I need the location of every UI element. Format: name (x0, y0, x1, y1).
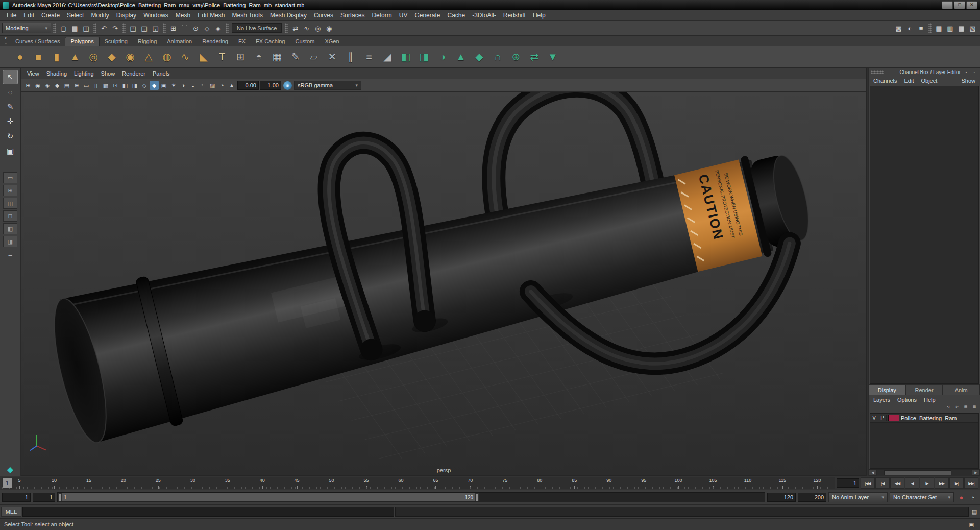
shelf-tab[interactable]: Rendering (197, 37, 233, 46)
boolean-icon[interactable]: ⊕ (507, 47, 525, 66)
textured-icon[interactable]: ▣ (159, 81, 168, 90)
go-to-start-button[interactable]: |◀◀ (861, 477, 875, 489)
command-input[interactable] (22, 507, 394, 517)
range-start-handle[interactable] (58, 493, 62, 501)
resolution-gate-icon[interactable]: ▯ (91, 81, 101, 90)
render-frame-icon[interactable]: ▩ (893, 23, 904, 34)
uv-grid-icon[interactable]: ▦ (268, 47, 286, 66)
shelf-tab[interactable]: Animation (162, 37, 197, 46)
poly-torus-icon[interactable]: ◎ (85, 47, 102, 66)
shelf-tab[interactable]: Curves / Surfaces (10, 37, 65, 46)
grip[interactable] (122, 23, 126, 33)
menu-item[interactable]: File (3, 12, 20, 19)
grip[interactable] (285, 23, 288, 33)
menu-item[interactable]: Mesh (172, 12, 194, 19)
reduce-icon[interactable]: ▼ (544, 47, 561, 66)
channel-list-area[interactable] (870, 86, 979, 384)
color-management-icon[interactable]: ◉ (283, 81, 292, 90)
shelf-tab[interactable]: Polygons (65, 37, 99, 46)
minimize-button[interactable]: – (942, 1, 953, 9)
modeling-toolkit-toggle-icon[interactable]: ▧ (967, 23, 978, 34)
go-to-end-button[interactable]: ▶▶| (964, 477, 978, 489)
camera-icon[interactable]: ◉ (33, 81, 42, 90)
smooth-icon[interactable]: ◑ (434, 47, 451, 66)
playback-range-bar[interactable]: 1 120 (58, 493, 479, 501)
grip[interactable] (163, 23, 166, 33)
layer-editor-tab[interactable]: Render (906, 385, 943, 395)
extrude-icon[interactable]: ▲ (452, 47, 470, 66)
menu-item[interactable]: Help (529, 12, 549, 19)
offset-edge-loop-icon[interactable]: ≡ (360, 47, 378, 66)
safe-action-icon[interactable]: ◧ (120, 81, 130, 90)
channel-settings-icon[interactable]: ▪ (963, 69, 970, 75)
highlight-selection-icon[interactable]: ◎ (312, 23, 323, 34)
exposure-field[interactable] (237, 81, 259, 90)
shelf-tab[interactable]: Sculpting (100, 37, 133, 46)
menu-item[interactable]: Deform (368, 12, 395, 19)
lasso-tool[interactable]: ◌ (3, 85, 18, 99)
poly-prism-icon[interactable]: ◣ (195, 47, 212, 66)
separate-icon[interactable]: ◨ (415, 47, 433, 66)
two-d-pan-zoom-icon[interactable]: ⊕ (72, 81, 81, 90)
scroll-right-icon[interactable]: ▶ (972, 470, 980, 476)
menu-item[interactable]: Edit Mesh (194, 12, 228, 19)
script-editor-icon[interactable]: ▤ (970, 507, 979, 516)
toolbox-collapse-icon[interactable]: – (8, 251, 12, 259)
range-end-handle[interactable] (475, 493, 479, 501)
save-scene-icon[interactable]: ◫ (81, 23, 91, 34)
layer-menu-item[interactable]: Help (920, 397, 939, 403)
viewport-menu-item[interactable]: Show (97, 70, 119, 77)
current-frame-marker[interactable]: 1 (3, 478, 12, 488)
select-component-icon[interactable]: ◲ (150, 23, 161, 34)
timeline-track[interactable]: 1 51015202530354045505560657075808590951… (2, 477, 835, 489)
layer-playback-toggle[interactable]: P (878, 415, 887, 421)
command-language-toggle[interactable]: MEL (1, 507, 21, 517)
poly-cone-icon[interactable]: ▲ (66, 47, 84, 66)
pencil-curve-icon[interactable]: ✎ (287, 47, 304, 66)
quad-draw-icon[interactable]: ▱ (305, 47, 323, 66)
poly-helix-icon[interactable]: ∿ (177, 47, 194, 66)
soft-select-icon[interactable]: ◉ (324, 23, 334, 34)
rotate-tool[interactable]: ↻ (3, 129, 18, 143)
step-back-frame-button[interactable]: |◀ (875, 477, 890, 489)
insert-edge-loop-icon[interactable]: ∥ (342, 47, 359, 66)
multi-cut-icon[interactable]: ✕ (324, 47, 341, 66)
render-settings-icon[interactable]: ≡ (916, 23, 926, 34)
view-transform-selector[interactable]: sRGB gamma ▾ (294, 81, 361, 90)
viewport-menu-item[interactable]: Lighting (70, 70, 97, 77)
character-set-selector[interactable]: No Character Set ▾ (890, 492, 954, 502)
layer-menu-item[interactable]: Layers (870, 397, 894, 403)
mirror-icon[interactable]: ⇄ (526, 47, 543, 66)
field-chart-icon[interactable]: ⊡ (111, 81, 120, 90)
xray-icon[interactable]: ◔ (217, 81, 227, 90)
shelf-tab-selector-icon[interactable]: ▾ (2, 36, 9, 41)
layout-uv-editor-button[interactable]: ◨ (3, 236, 17, 247)
textured-sphere-icon[interactable]: ◓ (250, 47, 267, 66)
animation-start-field[interactable] (2, 493, 31, 502)
tool-settings-toggle-icon[interactable]: ▥ (945, 23, 955, 34)
playback-end-field[interactable] (767, 493, 796, 502)
menu-item[interactable]: Windows (140, 12, 172, 19)
anim-layer-selector[interactable]: No Anim Layer ▾ (828, 492, 888, 502)
shelf-tab[interactable]: FX Caching (251, 37, 290, 46)
viewport-3d-scene[interactable]: CAUTION PERSONAL PROTECTION MUST BE WORN… (21, 92, 866, 475)
grip[interactable] (928, 23, 932, 33)
select-tool[interactable]: ↖ (3, 70, 18, 84)
menu-item[interactable]: Redshift (500, 12, 529, 19)
scrollbar-thumb[interactable] (884, 470, 951, 475)
viewport-menu-item[interactable]: Panels (149, 70, 174, 77)
snap-plane-icon[interactable]: ◇ (202, 23, 212, 34)
select-hierarchy-icon[interactable]: ◰ (128, 23, 138, 34)
poly-sphere-icon[interactable]: ● (11, 47, 29, 66)
scroll-left-icon[interactable]: ◀ (869, 470, 877, 476)
multisample-icon[interactable]: ▨ (208, 81, 217, 90)
viewport-menu-item[interactable]: View (23, 70, 43, 77)
layer-color-swatch[interactable] (888, 415, 899, 421)
layout-single-persp-button[interactable]: ▭ (3, 172, 17, 183)
scale-tool[interactable]: ▣ (3, 144, 18, 158)
viewport-menu-item[interactable]: Shading (43, 70, 70, 77)
symmetry-icon[interactable]: ⇄ (290, 23, 301, 34)
shelf-menu-icon[interactable]: ≡ (2, 41, 9, 46)
menu-item[interactable]: Edit (20, 12, 38, 19)
image-plane-icon[interactable]: ▤ (62, 81, 71, 90)
